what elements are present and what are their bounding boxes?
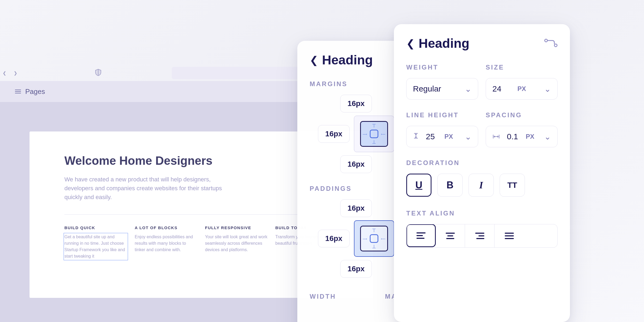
lineheight-input[interactable]: 25 PX ⌄ (406, 126, 478, 147)
divider (64, 214, 338, 215)
decoration-label: DECORATION (406, 159, 558, 167)
feature-title: A LOT OF BLOCKS (135, 225, 197, 230)
paddings-label: PADDINGS (310, 185, 402, 192)
align-center-button[interactable] (436, 224, 465, 247)
feature-body: Enjoy endless possibilities and results … (135, 234, 197, 253)
shield-icon (95, 69, 101, 77)
chevron-down-icon: ⌄ (465, 132, 471, 141)
feature-body: Your site will look great and work seaml… (205, 234, 268, 253)
size-input[interactable]: 24 PX ⌄ (486, 78, 558, 100)
weight-select[interactable]: Regular ⌄ (406, 78, 478, 100)
svg-point-3 (554, 44, 557, 47)
chevron-down-icon: ⌄ (544, 84, 551, 94)
text-align-group (406, 224, 558, 248)
hero-title[interactable]: Welcome Home Designers (64, 154, 338, 167)
padding-top-input[interactable]: 16px (340, 199, 372, 217)
letter-spacing-icon (492, 132, 500, 141)
italic-button[interactable]: I (469, 174, 494, 197)
weight-value: Regular (413, 84, 441, 93)
feature-build-quick[interactable]: BUILD QUICK Get a beautiful site up and … (64, 225, 127, 259)
back-icon[interactable]: ❮ (406, 38, 415, 49)
feature-body[interactable]: Get a beautiful site up and running in n… (64, 233, 128, 260)
paddings-editor: 16px 16px ⊤⊥ ⟞⟝ 16px (310, 199, 402, 278)
chevron-down-icon: ⌄ (544, 132, 551, 141)
width-label: WIDTH (310, 293, 336, 300)
branch-icon[interactable] (544, 38, 558, 49)
lineheight-unit[interactable]: PX (444, 133, 453, 140)
align-right-button[interactable] (465, 224, 495, 247)
size-unit[interactable]: PX (517, 85, 526, 93)
chevron-down-icon: ⌄ (465, 84, 471, 94)
padding-box-icon[interactable]: ⊤⊥ ⟞⟝ (354, 220, 394, 257)
hero-subtitle[interactable]: We have created a new product that will … (64, 175, 225, 202)
underline-button[interactable]: U (406, 174, 431, 197)
lineheight-value: 25 (426, 132, 435, 141)
bold-button[interactable]: B (437, 174, 463, 197)
uppercase-button[interactable]: TT (500, 174, 525, 197)
margins-editor: 16px 16px ⊤⊥ ⟞⟝ 16px (310, 95, 402, 173)
align-left-button[interactable] (406, 224, 436, 247)
align-justify-button[interactable] (495, 224, 524, 247)
margin-box-icon[interactable]: ⊤⊥ ⟞⟝ (354, 116, 394, 152)
nav-forward-icon[interactable]: ❯ (14, 71, 17, 76)
panel-title: Heading (419, 36, 469, 51)
padding-bottom-input[interactable]: 16px (340, 260, 372, 278)
pages-label: Pages (25, 87, 45, 96)
feature-title: BUILD QUICK (64, 225, 127, 230)
back-icon[interactable]: ❮ (310, 54, 318, 66)
lineheight-label: LINE HEIGHT (406, 111, 478, 119)
feature-responsive[interactable]: FULLY RESPONSIVE Your site will look gre… (205, 225, 268, 259)
padding-left-input[interactable]: 16px (318, 230, 350, 247)
margins-label: MARGINS (310, 80, 402, 88)
panel-title: Heading (322, 53, 373, 67)
margin-left-input[interactable]: 16px (318, 125, 350, 143)
margin-top-input[interactable]: 16px (340, 95, 372, 112)
typography-panel: ❮ Heading WEIGHT Regular ⌄ SIZE 24 PX ⌄ … (394, 24, 570, 322)
feature-row: BUILD QUICK Get a beautiful site up and … (64, 225, 338, 259)
spacing-value: 0.1 (507, 132, 518, 141)
line-height-icon (413, 132, 419, 141)
feature-blocks[interactable]: A LOT OF BLOCKS Enjoy endless possibilit… (135, 225, 197, 259)
svg-point-2 (545, 39, 547, 42)
letter-spacing-input[interactable]: 0.1 PX ⌄ (486, 126, 558, 147)
spacing-unit[interactable]: PX (526, 133, 534, 140)
margin-bottom-input[interactable]: 16px (340, 155, 372, 173)
size-label: SIZE (486, 64, 558, 71)
weight-label: WEIGHT (406, 64, 478, 71)
textalign-label: TEXT ALIGN (406, 210, 558, 217)
spacing-label: SPACING (486, 111, 558, 119)
size-value: 24 (492, 84, 501, 93)
nav-back-icon[interactable]: ❮ (3, 71, 6, 76)
feature-title: FULLY RESPONSIVE (205, 225, 268, 230)
menu-icon[interactable] (15, 90, 21, 93)
